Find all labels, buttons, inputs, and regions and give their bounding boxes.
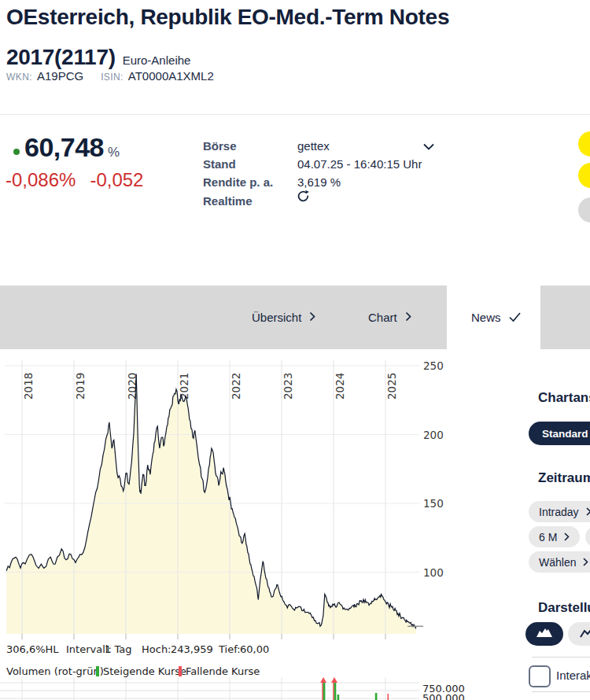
- zeitraum-intraday-button[interactable]: Intraday: [529, 501, 590, 522]
- area-chart-icon: [536, 627, 553, 641]
- current-price: 60,748%: [24, 132, 120, 163]
- svg-text:2018: 2018: [22, 373, 35, 400]
- title-line2: 2017(2117): [6, 45, 116, 69]
- high-label: Hoch:: [142, 643, 171, 655]
- bond-quote-page: OEsterreich, Republik EO-Med.-Term Notes…: [0, 0, 590, 700]
- chevron-right-icon: [583, 556, 588, 569]
- stand-label: Stand: [203, 157, 297, 171]
- fab-action-3[interactable]: [578, 197, 590, 223]
- price-unit: %: [108, 145, 120, 160]
- realtime-row: Realtime: [203, 192, 422, 210]
- svg-text:2024: 2024: [334, 373, 346, 400]
- isin-label: ISIN:: [101, 72, 124, 83]
- tab-bar: Übersicht Chart News: [0, 286, 590, 349]
- stand-value: 04.07.25 - 16:40:15 Uhr: [297, 157, 422, 171]
- boerse-row: Börse gettex: [203, 137, 422, 155]
- interactive-chart-label: Interak: [556, 669, 590, 682]
- svg-text:150: 150: [423, 497, 444, 510]
- darstellung-heading: Darstellu: [538, 600, 590, 616]
- svg-text:200: 200: [423, 429, 444, 441]
- up-volume-label: Steigende Kurse: [103, 665, 186, 677]
- charttype-line-button[interactable]: [568, 622, 590, 646]
- volume-title: Volumen (rot-grün): [6, 665, 104, 677]
- fab-action-1[interactable]: [578, 131, 590, 157]
- rendite-label: Rendite p. a.: [203, 175, 297, 189]
- interval-value: 1 Tag: [105, 643, 131, 655]
- up-volume-marker-icon: [96, 666, 99, 676]
- svg-text:2019: 2019: [74, 373, 87, 400]
- chartview-standard-button[interactable]: Standard: [529, 422, 590, 445]
- zeitraum-heading: Zeitraum: [538, 470, 590, 486]
- sidebar-divider: [532, 691, 590, 692]
- wkn-group: WKN: A19PCG: [6, 69, 83, 83]
- header-divider: [0, 114, 590, 115]
- chevron-down-icon[interactable]: [423, 139, 434, 153]
- isin-value: AT0000A1XML2: [128, 69, 214, 83]
- refresh-icon[interactable]: [297, 190, 310, 203]
- price-chart: 2502001501002018201920202021202220232024…: [0, 356, 472, 642]
- trading-status-dot: [13, 149, 20, 155]
- low-value: 60,00: [240, 643, 269, 655]
- wkn-label: WKN:: [6, 72, 32, 83]
- title-line1: OEsterreich, Republik EO-Med.-Term Notes: [6, 5, 449, 29]
- tab-news[interactable]: News: [471, 286, 521, 349]
- instrument-type-label: Euro-Anleihe: [123, 53, 191, 67]
- isin-group: ISIN: AT0000A1XML2: [101, 69, 214, 83]
- chevron-right-icon: [405, 311, 411, 324]
- change-absolute: -0,052: [90, 169, 143, 191]
- down-volume-marker-icon: [179, 666, 182, 676]
- svg-text:250: 250: [423, 359, 444, 372]
- svg-text:500.000: 500.000: [422, 692, 465, 700]
- volume-chart: 750.000500.000: [0, 677, 472, 700]
- price-change: -0,086% -0,052: [6, 169, 143, 191]
- svg-text:2023: 2023: [282, 373, 294, 400]
- fab-action-2[interactable]: [578, 163, 590, 188]
- chevron-right-icon: [586, 506, 590, 518]
- instrument-ids: WKN: A19PCG ISIN: AT0000A1XML2: [6, 69, 214, 83]
- charttype-area-button[interactable]: [525, 622, 563, 646]
- interactive-chart-checkbox[interactable]: [529, 665, 551, 687]
- sidebar-divider: [532, 657, 590, 658]
- boerse-label: Börse: [203, 139, 297, 153]
- wkn-value: A19PCG: [37, 69, 83, 83]
- low-label: Tief:: [219, 643, 241, 655]
- svg-text:2025: 2025: [385, 373, 398, 400]
- check-icon: [509, 311, 521, 324]
- tab-uebersicht[interactable]: Übersicht: [252, 286, 315, 349]
- boerse-value[interactable]: gettex: [297, 139, 330, 153]
- svg-text:2021: 2021: [178, 373, 190, 400]
- rendite-value: 3,619 %: [297, 175, 341, 189]
- quote-details: Börse gettex Stand 04.07.25 - 16:40:15 U…: [203, 137, 422, 210]
- change-percent: -0,086%: [6, 169, 76, 191]
- realtime-label: Realtime: [203, 194, 297, 208]
- zeitraum-waehlen-button[interactable]: Wählen: [529, 551, 590, 573]
- page-title: OEsterreich, Republik EO-Med.-Term Notes…: [6, 0, 449, 80]
- svg-text:2022: 2022: [230, 373, 242, 400]
- line-chart-icon: [580, 627, 590, 641]
- high-value: 243,959: [171, 643, 213, 655]
- chevron-right-icon: [309, 311, 315, 324]
- stand-row: Stand 04.07.25 - 16:40:15 Uhr: [203, 155, 422, 173]
- svg-text:100: 100: [423, 566, 444, 579]
- down-volume-label: Fallende Kurse: [186, 665, 260, 677]
- tab-chart[interactable]: Chart: [368, 286, 411, 349]
- chart-range-stat: 306,6%HL: [6, 643, 59, 655]
- zeitraum-next-button[interactable]: [585, 526, 590, 547]
- chevron-right-icon: [564, 531, 570, 543]
- rendite-row: Rendite p. a. 3,619 %: [203, 173, 422, 191]
- zeitraum-6m-button[interactable]: 6 M: [529, 526, 580, 547]
- chartansicht-heading: Chartans: [538, 390, 590, 406]
